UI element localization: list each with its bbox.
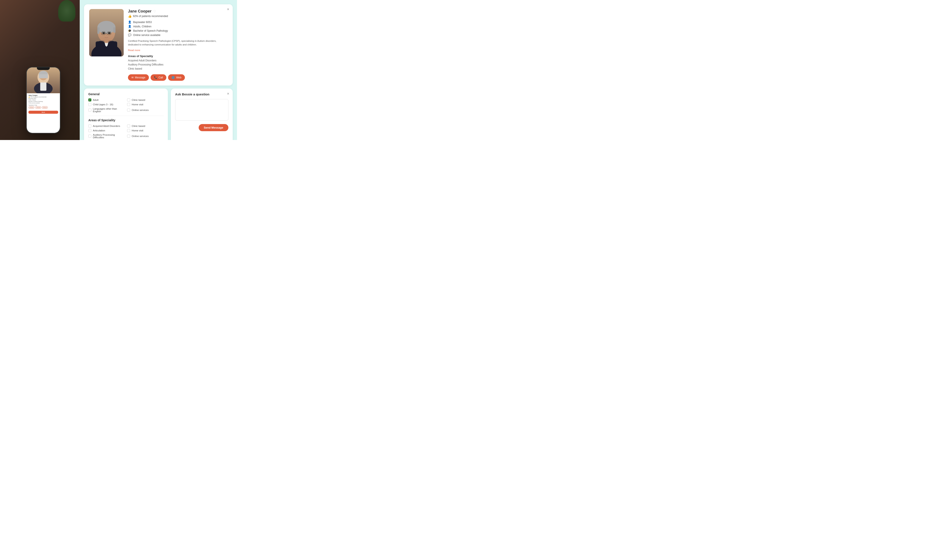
phone-slot-2[interactable]: 1:30 pm bbox=[35, 106, 41, 109]
audience-icon: 👤 bbox=[128, 25, 131, 28]
filter-spec-online[interactable]: Online services bbox=[127, 134, 163, 139]
checkbox-adult[interactable] bbox=[88, 98, 91, 102]
profile-card: × bbox=[84, 4, 233, 86]
call-button[interactable]: 📞 Call bbox=[151, 74, 166, 81]
filter-home-visit[interactable]: Home visit bbox=[127, 103, 163, 106]
degree-icon: 🎓 bbox=[128, 29, 131, 32]
filter-languages[interactable]: Languages other than English bbox=[88, 108, 125, 113]
profile-close-button[interactable]: × bbox=[227, 7, 229, 11]
checkbox-languages[interactable] bbox=[88, 109, 91, 112]
svg-rect-15 bbox=[97, 27, 100, 34]
phone-name: Jane Cooper bbox=[28, 95, 58, 96]
phone-slot-1[interactable]: 1:00 pm bbox=[28, 106, 34, 109]
ask-title: Ask Bessie a question bbox=[175, 92, 228, 96]
svg-rect-6 bbox=[40, 83, 46, 91]
filter-adult[interactable]: Adult bbox=[88, 98, 125, 102]
checkbox-auditory[interactable] bbox=[88, 135, 91, 138]
filter-articulation[interactable]: Articulation bbox=[88, 129, 125, 132]
phone-detail-online: Online service available bbox=[28, 102, 58, 104]
profile-meta: 👤 Bayswater 6053 👤 Adults, Children 🎓 Ba… bbox=[128, 20, 228, 37]
filter-acquired[interactable]: Acquired Adult Disorders bbox=[88, 125, 125, 128]
meta-degree: 🎓 Bachelor of Speech Pathology bbox=[128, 29, 228, 32]
filter-card: General Adult Clinic based Child (ages 3… bbox=[84, 89, 168, 140]
plant-decoration bbox=[58, 0, 75, 22]
thumbs-up-icon: 👍 bbox=[128, 14, 132, 18]
checkbox-child[interactable] bbox=[88, 103, 91, 106]
web-button[interactable]: 🌐 Web bbox=[168, 74, 185, 81]
phone-detail-degree: Bachelor of Speech Pathology bbox=[28, 101, 58, 102]
profile-name-row: Jane Cooper ♡ bbox=[128, 9, 228, 14]
phone-date: Tomorrow 3 July bbox=[28, 105, 58, 106]
message-icon: ✉ bbox=[131, 76, 134, 79]
web-icon: 🌐 bbox=[171, 76, 175, 79]
phone-frame: Jane Cooper 👍 92% of patients recommende… bbox=[26, 67, 60, 134]
meta-audience: 👤 Adults, Children bbox=[128, 25, 228, 28]
phone-notch bbox=[37, 68, 50, 70]
profile-rating: 👍 92% of patients recommended bbox=[128, 14, 228, 18]
heart-icon[interactable]: ♡ bbox=[153, 9, 156, 13]
svg-rect-4 bbox=[39, 74, 48, 78]
checkbox-online-services[interactable] bbox=[127, 109, 130, 112]
meta-location: 👤 Bayswater 6053 bbox=[128, 20, 228, 24]
checkbox-articulation[interactable] bbox=[88, 129, 91, 132]
send-message-button[interactable]: Send Message bbox=[199, 124, 228, 131]
speciality-item-1: Acquired Adult Disorders bbox=[128, 58, 228, 63]
general-section-title: General bbox=[88, 92, 163, 96]
svg-point-14 bbox=[97, 21, 115, 34]
checkbox-clinic-based[interactable] bbox=[127, 98, 130, 102]
read-more-link[interactable]: Read more bbox=[128, 49, 140, 51]
phone-detail-location: Bayswater 6053 bbox=[28, 98, 58, 99]
profile-photo bbox=[89, 9, 124, 57]
filter-child[interactable]: Child (ages 3 - 16) bbox=[88, 103, 125, 106]
profile-info: Jane Cooper ♡ 👍 92% of patients recommen… bbox=[128, 9, 228, 81]
filter-spec-clinic[interactable]: Clinic based bbox=[127, 125, 163, 128]
speciality-item-3: Clinic based bbox=[128, 67, 228, 71]
phone-slot-3[interactable]: 2:00 pm bbox=[42, 106, 48, 109]
filter-online-services[interactable]: Online services bbox=[127, 108, 163, 113]
profile-bio: Certified Practising Speech Pathologist … bbox=[128, 39, 228, 47]
message-button[interactable]: ✉ Message bbox=[128, 74, 149, 81]
phone-mockup: Jane Cooper 👍 92% of patients recommende… bbox=[26, 67, 60, 134]
speciality-item-2: Auditory Processing Difficulties bbox=[128, 63, 228, 67]
ask-footer: Send Message bbox=[175, 124, 228, 131]
filter-clinic-based[interactable]: Clinic based bbox=[127, 98, 163, 102]
svg-rect-16 bbox=[113, 27, 115, 33]
filter-spec-home[interactable]: Home visit bbox=[127, 129, 163, 132]
svg-point-17 bbox=[102, 32, 105, 34]
phone-profile-info: Jane Cooper 👍 92% of patients recommende… bbox=[27, 93, 60, 133]
filter-auditory[interactable]: Auditory Processing Difficulties bbox=[88, 134, 125, 139]
right-panel: × bbox=[80, 0, 237, 140]
meta-online: 💬 Online service available bbox=[128, 33, 228, 37]
checkbox-spec-online[interactable] bbox=[127, 135, 130, 138]
speciality-section: Areas of Speciality Acquired Adult Disor… bbox=[128, 54, 228, 71]
profile-actions: ✉ Message 📞 Call 🌐 Web bbox=[128, 74, 228, 81]
phone-detail-audience: Adults, Children bbox=[28, 99, 58, 101]
location-icon: 👤 bbox=[128, 20, 131, 24]
phone-time-slots: 1:00 pm 1:30 pm 2:00 pm bbox=[28, 106, 58, 109]
profile-name: Jane Cooper bbox=[128, 9, 151, 14]
ask-close-button[interactable]: × bbox=[227, 92, 229, 96]
online-icon: 💬 bbox=[128, 33, 131, 37]
svg-point-18 bbox=[108, 32, 111, 34]
speciality-filter-grid: Acquired Adult Disorders Clinic based Ar… bbox=[88, 125, 163, 139]
ask-question-card: × Ask Bessie a question Send Message bbox=[171, 89, 233, 140]
speciality-title: Areas of Speciality bbox=[128, 54, 228, 58]
rating-text: 92% of patients recommended bbox=[133, 15, 168, 18]
checkbox-spec-home[interactable] bbox=[127, 129, 130, 132]
checkbox-spec-clinic[interactable] bbox=[127, 125, 130, 128]
call-icon: 📞 bbox=[154, 76, 157, 79]
phone-book-button[interactable]: Book bbox=[28, 111, 58, 114]
ask-textarea[interactable] bbox=[175, 99, 228, 121]
checkbox-home-visit[interactable] bbox=[127, 103, 130, 106]
speciality-section-title: Areas of Speciality bbox=[88, 118, 163, 122]
left-panel: Jane Cooper 👍 92% of patients recommende… bbox=[0, 0, 80, 140]
phone-screen: Jane Cooper 👍 92% of patients recommende… bbox=[27, 68, 60, 133]
thumb-icon: 👍 bbox=[28, 96, 30, 98]
checkbox-acquired[interactable] bbox=[88, 125, 91, 128]
phone-profile-image bbox=[27, 68, 60, 93]
general-filter-grid: Adult Clinic based Child (ages 3 - 16) H… bbox=[88, 98, 163, 113]
phone-rating: 👍 92% of patients recommended bbox=[28, 96, 58, 98]
